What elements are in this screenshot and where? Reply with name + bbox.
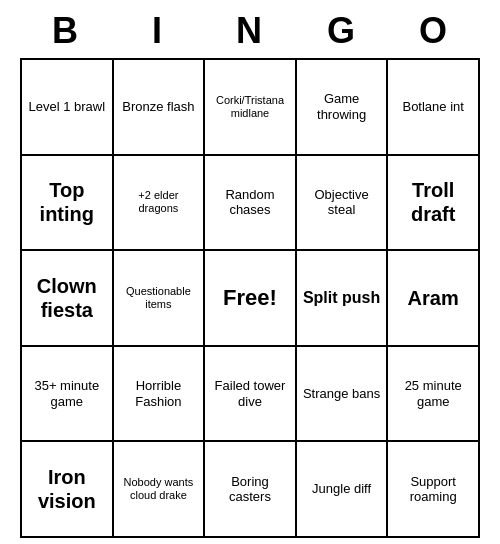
bingo-title: BINGO — [20, 0, 480, 58]
cell-4-1[interactable]: Nobody wants cloud drake — [114, 442, 206, 538]
cell-4-3[interactable]: Jungle diff — [297, 442, 389, 538]
title-letter: B — [25, 10, 107, 52]
cell-2-2[interactable]: Free! — [205, 251, 297, 347]
cell-2-4[interactable]: Aram — [388, 251, 480, 347]
title-letter: N — [209, 10, 291, 52]
cell-4-4[interactable]: Support roaming — [388, 442, 480, 538]
cell-3-1[interactable]: Horrible Fashion — [114, 347, 206, 443]
cell-0-0[interactable]: Level 1 brawl — [22, 60, 114, 156]
cell-2-0[interactable]: Clown fiesta — [22, 251, 114, 347]
cell-1-4[interactable]: Troll draft — [388, 156, 480, 252]
cell-0-1[interactable]: Bronze flash — [114, 60, 206, 156]
cell-0-2[interactable]: Corki/Tristana midlane — [205, 60, 297, 156]
title-letter: O — [393, 10, 475, 52]
title-letter: I — [117, 10, 199, 52]
cell-4-2[interactable]: Boring casters — [205, 442, 297, 538]
cell-1-2[interactable]: Random chases — [205, 156, 297, 252]
cell-1-0[interactable]: Top inting — [22, 156, 114, 252]
cell-4-0[interactable]: Iron vision — [22, 442, 114, 538]
cell-2-3[interactable]: Split push — [297, 251, 389, 347]
cell-3-3[interactable]: Strange bans — [297, 347, 389, 443]
bingo-grid: Level 1 brawlBronze flashCorki/Tristana … — [20, 58, 480, 538]
cell-3-2[interactable]: Failed tower dive — [205, 347, 297, 443]
cell-3-4[interactable]: 25 minute game — [388, 347, 480, 443]
cell-2-1[interactable]: Questionable items — [114, 251, 206, 347]
cell-3-0[interactable]: 35+ minute game — [22, 347, 114, 443]
cell-0-4[interactable]: Botlane int — [388, 60, 480, 156]
cell-0-3[interactable]: Game throwing — [297, 60, 389, 156]
title-letter: G — [301, 10, 383, 52]
cell-1-3[interactable]: Objective steal — [297, 156, 389, 252]
cell-1-1[interactable]: +2 elder dragons — [114, 156, 206, 252]
